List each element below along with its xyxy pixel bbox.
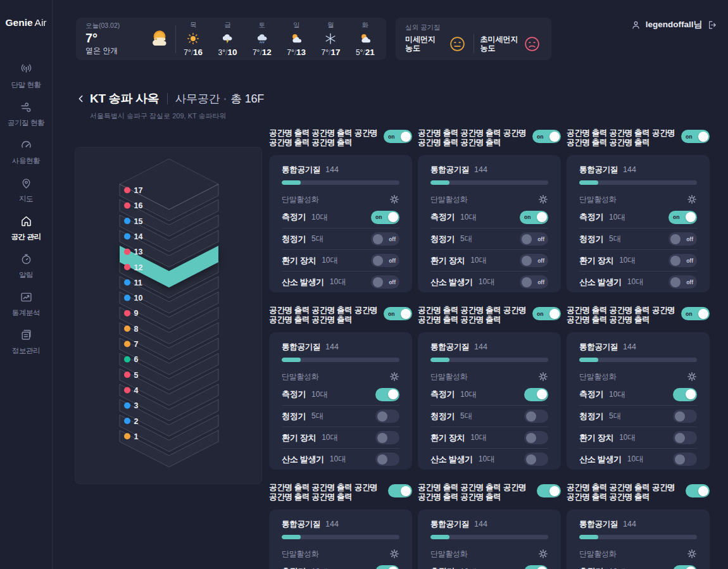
- sidebar-item-지도[interactable]: 지도: [0, 172, 53, 209]
- space-power-toggle[interactable]: on: [532, 130, 561, 143]
- device-row: 청정기 5대: [579, 405, 697, 427]
- device-name: 측정기: [430, 566, 455, 569]
- device-toggle-환기장치[interactable]: off: [371, 254, 399, 267]
- air-quality-progress: [282, 535, 399, 539]
- device-count: 5대: [460, 234, 472, 244]
- gear-icon[interactable]: [687, 549, 697, 559]
- gear-icon[interactable]: [538, 194, 548, 204]
- device-toggle-청정기[interactable]: [673, 410, 697, 423]
- device-toggle-측정기[interactable]: on: [520, 211, 548, 224]
- device-toggle-청정기[interactable]: [524, 410, 548, 423]
- device-toggle-산소발생기[interactable]: off: [520, 275, 548, 289]
- device-toggle-환기장치[interactable]: off: [668, 254, 697, 267]
- device-toggle-산소발생기[interactable]: [673, 453, 697, 466]
- svg-text:15: 15: [134, 217, 143, 226]
- device-count: 10대: [330, 454, 346, 465]
- space-power-toggle[interactable]: on: [384, 130, 412, 143]
- sidebar-item-통계분석[interactable]: 통계분석: [0, 285, 53, 323]
- air-quality-index-label: 통합공기질: [430, 165, 469, 175]
- logo-text-light: Air: [35, 17, 47, 28]
- space-power-toggle[interactable]: on: [681, 130, 710, 143]
- gear-icon[interactable]: [538, 372, 548, 382]
- device-count: 10대: [460, 212, 476, 223]
- gear-icon[interactable]: [538, 549, 548, 559]
- gear-icon[interactable]: [389, 549, 399, 559]
- device-row: 산소 발생기 10대 off: [579, 271, 697, 292]
- toggle-knob: [686, 212, 696, 222]
- air-quality-index-value: 144: [623, 342, 636, 351]
- air-quality-row: 통합공기질 144: [282, 164, 399, 175]
- alarm-icon: [20, 253, 33, 266]
- device-toggle-산소발생기[interactable]: [524, 453, 548, 466]
- sidebar-item-공간관리[interactable]: 공간 관리: [0, 209, 53, 247]
- toggle-knob: [377, 433, 387, 443]
- device-toggle-측정기[interactable]: [524, 565, 548, 569]
- device-row: 산소 발생기 10대 off: [282, 271, 399, 292]
- space-power-toggle[interactable]: on: [532, 307, 561, 320]
- gear-icon[interactable]: [389, 372, 399, 382]
- air-quality-row: 통합공기질 144: [579, 164, 697, 175]
- device-toggle-산소발생기[interactable]: off: [668, 275, 697, 289]
- air-quality-row: 통합공기질 144: [579, 341, 697, 353]
- weather-today: 오늘(03.02) 7° 옅은 안개: [85, 22, 175, 56]
- user-name: legendoffall님: [646, 19, 702, 30]
- space-power-toggle[interactable]: [388, 484, 412, 497]
- svg-text:17: 17: [134, 186, 143, 195]
- air-quality-index-label: 통합공기질: [579, 342, 618, 353]
- toggle-knob: [522, 234, 532, 244]
- sidebar-item-단말현황[interactable]: 단말 현황: [0, 58, 53, 96]
- device-toggle-청정기[interactable]: off: [520, 232, 548, 246]
- air-quality-item: 미세먼지농도: [405, 35, 467, 53]
- logout-icon[interactable]: [706, 20, 717, 30]
- device-name: 청정기: [579, 411, 603, 422]
- device-toggle-측정기[interactable]: [375, 565, 399, 569]
- sidebar-item-알림[interactable]: 알림: [0, 247, 53, 285]
- device-toggle-환기장치[interactable]: [375, 431, 399, 444]
- sidebar-item-공기질현황[interactable]: 공기질 현황: [0, 96, 53, 134]
- svg-text:3: 3: [134, 401, 139, 410]
- space-power-toggle[interactable]: on: [681, 307, 710, 320]
- space-card-title: 공간명 출력 공간명 출력 공간명공간명 출력 공간명 출력: [418, 483, 526, 502]
- gear-icon[interactable]: [687, 372, 697, 382]
- device-name: 청정기: [282, 234, 306, 245]
- device-name: 측정기: [282, 389, 306, 400]
- device-name: 측정기: [579, 389, 603, 400]
- device-toggle-환기장치[interactable]: off: [520, 254, 548, 267]
- device-toggle-환기장치[interactable]: [673, 431, 697, 444]
- device-toggle-산소발생기[interactable]: off: [371, 275, 399, 289]
- device-toggle-청정기[interactable]: off: [371, 232, 399, 246]
- toggle-knob: [526, 454, 536, 465]
- device-toggle-측정기[interactable]: [673, 565, 697, 569]
- device-count: 10대: [609, 566, 625, 569]
- building-floors-svg: 1716151413121110987654321: [75, 147, 263, 485]
- toggle-state-label: on: [375, 214, 382, 220]
- space-card-title: 공간명 출력 공간명 출력 공간명공간명 출력 공간명 출력: [269, 306, 377, 325]
- device-count: 10대: [322, 255, 337, 266]
- device-toggle-산소발생기[interactable]: [375, 453, 399, 466]
- space-card-body: 통합공기질 144 단말활성화 측정기 10대 on 청정기 5대 off 환기…: [418, 155, 561, 292]
- sidebar-item-정보관리[interactable]: 정보관리: [0, 323, 53, 361]
- weather-today-text: 오늘(03.02) 7° 옅은 안개: [85, 22, 146, 56]
- toggle-knob: [549, 486, 560, 496]
- device-toggle-청정기[interactable]: [375, 410, 399, 423]
- device-toggle-측정기[interactable]: [375, 388, 399, 401]
- device-toggle-측정기[interactable]: on: [668, 211, 697, 224]
- antenna-icon: [20, 63, 33, 76]
- toggle-state-label: on: [686, 134, 692, 140]
- gear-icon[interactable]: [687, 194, 697, 204]
- space-power-toggle[interactable]: on: [384, 307, 412, 320]
- space-card-title: 공간명 출력 공간명 출력 공간명공간명 출력 공간명 출력: [567, 483, 675, 502]
- svg-text:8: 8: [134, 325, 139, 334]
- device-toggle-측정기[interactable]: on: [371, 211, 399, 224]
- sidebar-item-사용현황[interactable]: 사용현황: [0, 134, 53, 172]
- partly-cloudy-icon: [289, 32, 303, 46]
- gear-icon[interactable]: [389, 194, 399, 204]
- space-power-toggle[interactable]: [537, 484, 561, 497]
- device-toggle-측정기[interactable]: [524, 388, 548, 401]
- device-toggle-측정기[interactable]: [673, 388, 697, 401]
- space-power-toggle[interactable]: [686, 484, 710, 497]
- device-toggle-환기장치[interactable]: [524, 431, 548, 444]
- toggle-knob: [670, 277, 681, 287]
- back-button[interactable]: [76, 94, 86, 104]
- device-toggle-청정기[interactable]: off: [668, 232, 697, 246]
